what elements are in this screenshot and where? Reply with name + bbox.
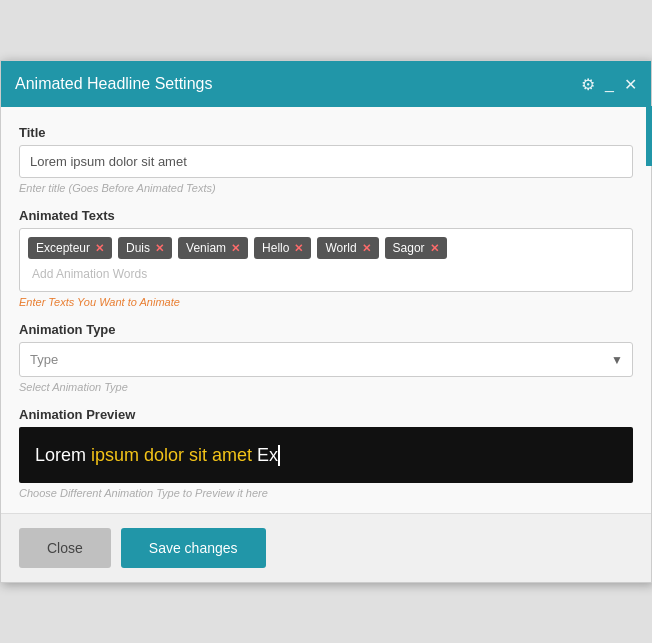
animation-type-select[interactable]: Type Flip Fade Slide: [19, 342, 633, 377]
save-button[interactable]: Save changes: [121, 528, 266, 568]
tag-sagor: Sagor ✕: [385, 237, 447, 259]
animation-type-hint: Select Animation Type: [19, 381, 633, 393]
preview-animated-text: ipsum dolor sit amet: [86, 445, 252, 466]
close-button[interactable]: Close: [19, 528, 111, 568]
tag-excepteur: Excepteur ✕: [28, 237, 112, 259]
animation-preview-group: Animation Preview Lorem ipsum dolor sit …: [19, 407, 633, 499]
animated-texts-label: Animated Texts: [19, 208, 633, 223]
gear-icon[interactable]: ⚙: [581, 75, 595, 94]
title-field-group: Title Enter title (Goes Before Animated …: [19, 125, 633, 194]
scrollbar-indicator[interactable]: [646, 106, 652, 166]
tag-remove-duis[interactable]: ✕: [155, 242, 164, 255]
main-window: Animated Headline Settings ⚙ _ ✕ Title E…: [0, 60, 652, 583]
animation-type-group: Animation Type Type Flip Fade Slide ▼ Se…: [19, 322, 633, 393]
tag-remove-hello[interactable]: ✕: [294, 242, 303, 255]
tag-text: Excepteur: [36, 241, 90, 255]
title-label: Title: [19, 125, 633, 140]
animation-type-label: Animation Type: [19, 322, 633, 337]
tag-remove-sagor[interactable]: ✕: [430, 242, 439, 255]
tag-text: Hello: [262, 241, 289, 255]
animation-preview-label: Animation Preview: [19, 407, 633, 422]
animation-type-select-wrapper: Type Flip Fade Slide ▼: [19, 342, 633, 377]
window-controls: ⚙ _ ✕: [581, 75, 637, 94]
animated-texts-group: Animated Texts Excepteur ✕ Duis ✕ Veniam: [19, 208, 633, 308]
content-area: Title Enter title (Goes Before Animated …: [1, 107, 651, 513]
tag-text: Sagor: [393, 241, 425, 255]
footer: Close Save changes: [1, 513, 651, 582]
hint-link: Want to Animate: [99, 296, 180, 308]
titlebar: Animated Headline Settings ⚙ _ ✕: [1, 61, 651, 107]
tag-veniam: Veniam ✕: [178, 237, 248, 259]
tag-remove-world[interactable]: ✕: [362, 242, 371, 255]
window-title: Animated Headline Settings: [15, 75, 212, 93]
tags-row: Excepteur ✕ Duis ✕ Veniam ✕ Hello: [28, 237, 624, 259]
animated-texts-hint: Enter Texts You Want to Animate: [19, 296, 633, 308]
tags-container[interactable]: Excepteur ✕ Duis ✕ Veniam ✕ Hello: [19, 228, 633, 292]
hint-prefix: Enter Texts You: [19, 296, 99, 308]
tag-text: Duis: [126, 241, 150, 255]
title-hint: Enter title (Goes Before Animated Texts): [19, 182, 633, 194]
tag-duis: Duis ✕: [118, 237, 172, 259]
tag-text: Veniam: [186, 241, 226, 255]
tag-remove-veniam[interactable]: ✕: [231, 242, 240, 255]
title-input[interactable]: [19, 145, 633, 178]
preview-hint: Choose Different Animation Type to Previ…: [19, 487, 633, 499]
tags-placeholder: Add Animation Words: [28, 265, 624, 283]
preview-cursor-text: Ex: [252, 445, 280, 466]
preview-static-text: Lorem: [35, 445, 86, 466]
tag-hello: Hello ✕: [254, 237, 311, 259]
preview-box: Lorem ipsum dolor sit amet Ex: [19, 427, 633, 483]
close-icon[interactable]: ✕: [624, 75, 637, 94]
tag-world: World ✕: [317, 237, 378, 259]
tag-text: World: [325, 241, 356, 255]
tag-remove-excepteur[interactable]: ✕: [95, 242, 104, 255]
minimize-icon[interactable]: _: [605, 75, 614, 93]
